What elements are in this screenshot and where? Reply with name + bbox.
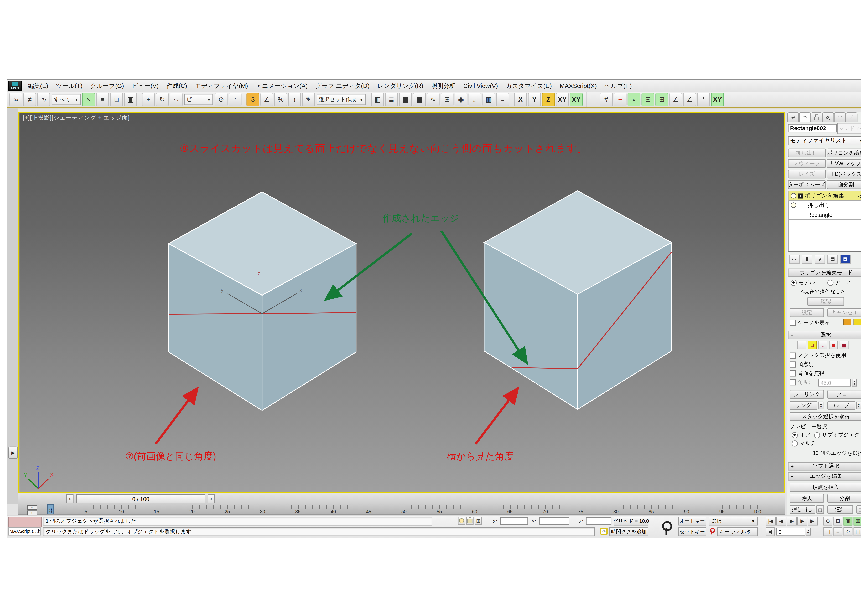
unlink-selection-icon[interactable]: ≠ (24, 93, 36, 106)
menu-item[interactable]: 編集(E) (24, 80, 52, 92)
rollout-soft-selection[interactable]: + ソフト選択 (788, 462, 861, 470)
cage-color-swatch[interactable] (843, 319, 851, 325)
selection-filter-dropdown[interactable]: すべて▼ (52, 94, 81, 105)
tab-motion-icon[interactable]: ◎ (822, 112, 834, 123)
isolate-selection-icon[interactable] (458, 517, 465, 525)
element-subobject-icon[interactable]: ◼ (840, 341, 848, 349)
extrude-settings-icon[interactable]: □ (816, 505, 824, 514)
menu-item[interactable]: ヘルプ(H) (601, 80, 636, 92)
add-time-tag-button[interactable]: 時間タグを追加 (609, 527, 648, 536)
menu-item[interactable]: レンダリング(R) (373, 80, 427, 92)
snap-frames-icon[interactable]: ↑↓ (27, 511, 37, 515)
menu-item[interactable]: ツール(T) (52, 80, 87, 92)
show-end-result-icon[interactable]: Ⅱ (802, 255, 812, 263)
select-and-move-icon[interactable]: + (142, 93, 155, 106)
frame-spinner[interactable]: ▲▼ (806, 528, 811, 536)
remove-button[interactable]: 除去 (790, 494, 824, 503)
set-key-red-icon[interactable] (709, 528, 714, 534)
app-logo[interactable]: MXD (8, 81, 22, 91)
previous-frame-button[interactable]: ◀ (776, 517, 786, 526)
time-tag-clock-icon[interactable]: ◷ (600, 528, 608, 535)
radio-animate[interactable]: アニメート (828, 279, 861, 286)
y-coord-field[interactable] (539, 517, 569, 525)
orbit-icon[interactable]: ↻ (844, 527, 852, 536)
visibility-bulb-icon[interactable] (791, 193, 796, 198)
tab-utilities-icon[interactable]: ⟋ (846, 112, 857, 123)
grow-button[interactable]: グロー (828, 390, 861, 399)
cage-selected-color-swatch[interactable] (853, 319, 861, 325)
go-to-end-button[interactable]: ▶| (808, 517, 818, 526)
pin-stack-icon[interactable]: ⊷ (789, 255, 800, 263)
set-keys-button[interactable] (660, 517, 674, 535)
show-cage-checkbox[interactable]: ケージを表示 (790, 319, 830, 327)
menu-item[interactable]: 作成(C) (162, 80, 191, 92)
menu-item[interactable]: モディファイヤ(M) (191, 80, 252, 92)
zoom-all-icon[interactable]: ⊞ (833, 517, 842, 526)
x-coord-field[interactable] (500, 517, 528, 525)
window-crossing-icon[interactable]: ▣ (124, 93, 137, 106)
rectangular-selection-icon[interactable]: □ (110, 93, 123, 106)
zoom-icon[interactable]: ⊕ (823, 517, 833, 526)
angle-spinner[interactable]: ▲▼ (852, 379, 857, 387)
zoom-region-icon[interactable]: ◳ (823, 527, 833, 536)
mini-curve-editor-icon[interactable]: ∿ (27, 505, 37, 510)
object-name-field[interactable]: Rectangle002 (788, 124, 837, 132)
visibility-bulb-icon[interactable] (791, 203, 796, 208)
tab-create-icon[interactable]: ✷ (787, 112, 799, 123)
viewport[interactable]: z x y Z Y X [+][正投影][シェーディング + エッジ面] ⑧スラ… (19, 112, 785, 493)
confirm-button[interactable]: 確認 (807, 297, 844, 306)
rollout-edit-poly-mode[interactable]: − ポリゴンを編集モード (788, 269, 861, 277)
quick-extrude-button[interactable]: 押し出し (788, 149, 826, 157)
ring-spinner[interactable]: ▲▼ (819, 402, 823, 409)
angle-value-field[interactable]: 45.0 (819, 379, 851, 387)
axis-x-button[interactable]: X (514, 93, 527, 106)
select-and-scale-icon[interactable]: ▱ (170, 93, 183, 106)
set-key-button[interactable]: セットキー (678, 527, 706, 536)
align-icon[interactable]: ≣ (385, 93, 398, 106)
rollout-selection[interactable]: − 選択 (788, 331, 861, 339)
extrude-button[interactable]: 押し出し (790, 505, 815, 514)
reference-coordinate-dropdown[interactable]: ビュー▼ (184, 94, 213, 105)
snap-toggle-c-icon[interactable]: ⊞ (655, 93, 668, 106)
snap-toggle-3-icon[interactable]: 3 (246, 93, 259, 106)
track-bar[interactable]: ∿ ↑↓ 0 051015202530354045505560657075808… (19, 504, 785, 515)
axis-y-button[interactable]: Y (528, 93, 541, 106)
select-and-link-icon[interactable]: ∞ (9, 93, 22, 106)
preview-off-radio[interactable]: オフ (792, 432, 811, 439)
radio-model[interactable]: モデル (791, 279, 815, 286)
z-coord-field[interactable] (586, 517, 611, 525)
menu-item[interactable]: カスタマイズ(U) (502, 80, 556, 92)
ring-button[interactable]: リング (790, 401, 817, 410)
grid-snap-icon[interactable]: # (600, 93, 612, 106)
remove-modifier-icon[interactable]: ▤ (828, 255, 838, 263)
zoom-extents-icon[interactable]: ▣ (844, 517, 852, 526)
by-vertex-checkbox[interactable]: 頂点別 (790, 361, 814, 368)
percent-snap-icon[interactable]: % (274, 93, 287, 106)
menu-item[interactable]: ビュー(V) (128, 80, 162, 92)
next-frame-button[interactable]: ▶ (797, 517, 807, 526)
render-icon[interactable]: ◒ (496, 93, 509, 106)
menu-item[interactable]: MAXScript(X) (556, 80, 601, 92)
border-subobject-icon[interactable]: ◌ (819, 341, 828, 349)
edge-subobject-icon[interactable]: ⊿ (808, 341, 817, 349)
quick-tessellate-button[interactable]: 面分割 (827, 180, 861, 189)
connect-button[interactable]: 連結 (828, 505, 853, 514)
snap-toggle-b-icon[interactable]: ⊟ (642, 93, 654, 106)
modifier-list-dropdown[interactable]: モディファイヤリスト ▼ (788, 136, 861, 145)
render-setup-icon[interactable]: ☼ (469, 93, 481, 106)
use-pivot-center-icon[interactable]: ⊙ (215, 93, 227, 106)
spinner-snap-icon[interactable]: ↕ (288, 93, 301, 106)
mirror-icon[interactable]: ◧ (371, 93, 384, 106)
select-by-name-icon[interactable]: ≡ (96, 93, 109, 106)
end-result-icon[interactable]: ◁ (858, 193, 861, 199)
preview-multi-radio[interactable]: マルチ (792, 440, 816, 447)
snap-toggle-a-icon[interactable]: ▫ (628, 93, 641, 106)
get-stack-selection-button[interactable]: スタック選択を取得 (790, 412, 861, 421)
stack-item-extrude[interactable]: 押し出し (789, 201, 861, 210)
stack-item-edit-poly[interactable]: + ポリゴンを編集 ◁ (789, 192, 861, 201)
frame-back-button[interactable]: < (66, 495, 74, 503)
axis-z-button[interactable]: Z (542, 93, 555, 106)
key-filter-button[interactable]: キー フィルタ... (717, 527, 758, 536)
settings-button[interactable]: 設定 (790, 308, 824, 317)
tab-modify-icon[interactable]: ◠ (799, 112, 811, 123)
